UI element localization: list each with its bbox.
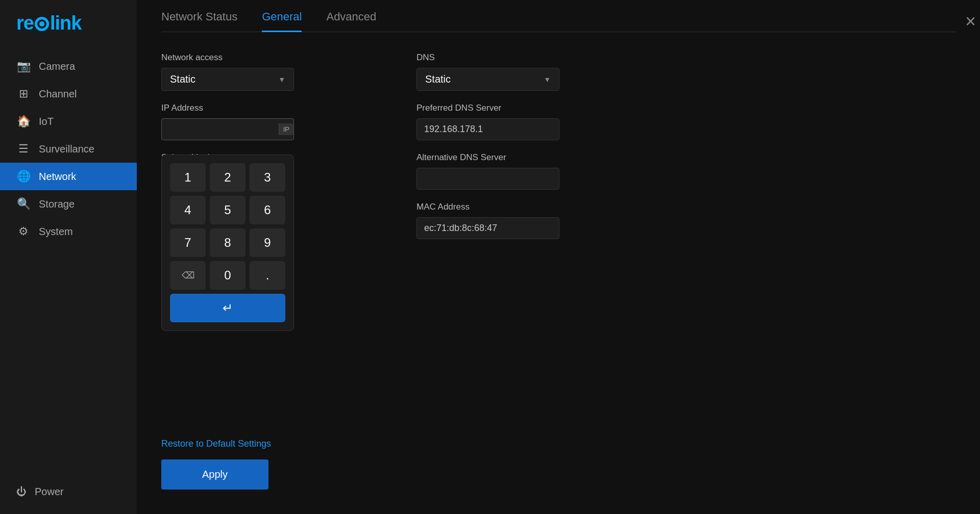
numpad-key-5[interactable]: 5: [210, 196, 246, 224]
sidebar-item-label-system: System: [39, 226, 73, 238]
network-access-dropdown[interactable]: Static ▼: [161, 68, 294, 91]
apply-button[interactable]: Apply: [161, 459, 268, 490]
network-access-select[interactable]: Static ▼: [161, 68, 376, 91]
iot-icon: 🏠: [16, 115, 31, 128]
numpad-key-3[interactable]: 3: [250, 163, 285, 192]
main-content: Network Status General Advanced × Networ…: [137, 0, 980, 514]
dns-select[interactable]: Static ▼: [416, 68, 641, 91]
alternative-dns-input[interactable]: [416, 168, 559, 190]
numpad-key-8[interactable]: 8: [210, 228, 246, 257]
sidebar-item-channel[interactable]: ⊞ Channel: [0, 80, 137, 108]
close-button[interactable]: ×: [961, 10, 980, 33]
power-item[interactable]: ⏻ Power: [16, 486, 120, 498]
numpad-key-0[interactable]: 0: [210, 261, 246, 290]
sidebar-item-label-network: Network: [39, 171, 76, 183]
network-access-label: Network access: [161, 53, 376, 63]
network-access-value: Static: [170, 73, 195, 85]
mac-address-label: MAC Address: [416, 202, 641, 212]
sidebar-item-label-iot: IoT: [39, 116, 54, 127]
numpad-key-6[interactable]: 6: [250, 196, 285, 224]
network-icon: 🌐: [16, 170, 31, 183]
logo-text: relink: [16, 12, 120, 34]
sidebar: relink 📷 Camera ⊞ Channel 🏠 IoT ☰ Survei…: [0, 0, 137, 514]
restore-link[interactable]: Restore to Default Settings: [161, 439, 271, 449]
power-label: Power: [35, 486, 64, 498]
ip-address-input[interactable]: [162, 119, 279, 140]
tab-network-status[interactable]: Network Status: [161, 10, 237, 32]
numpad-enter[interactable]: ↵: [170, 294, 285, 322]
channel-icon: ⊞: [16, 87, 31, 100]
numpad: 1 2 3 4 5 6 7 8 9 ⌫ 0 . ↵: [161, 155, 294, 331]
dns-label: DNS: [416, 53, 641, 63]
left-column: Network access Static ▼ IP Address IP Su…: [161, 53, 376, 439]
preferred-dns-input[interactable]: [416, 118, 559, 140]
numpad-grid: 1 2 3 4 5 6 7 8 9 ⌫ 0 .: [170, 163, 285, 290]
ip-badge: IP: [279, 123, 293, 135]
sidebar-item-surveillance[interactable]: ☰ Surveillance: [0, 135, 137, 163]
tab-general[interactable]: General: [262, 10, 302, 32]
logo-icon: [35, 17, 49, 31]
tab-advanced[interactable]: Advanced: [326, 10, 376, 32]
system-icon: ⚙: [16, 225, 31, 238]
alternative-dns-label: Alternative DNS Server: [416, 152, 641, 163]
preferred-dns-label: Preferred DNS Server: [416, 103, 641, 113]
storage-icon: 🔍: [16, 197, 31, 211]
right-column: DNS Static ▼ Preferred DNS Server Altern…: [416, 53, 641, 439]
sidebar-item-storage[interactable]: 🔍 Storage: [0, 190, 137, 218]
tab-bar: Network Status General Advanced ×: [161, 0, 955, 32]
dns-dropdown[interactable]: Static ▼: [416, 68, 559, 91]
bottom-section: Restore to Default Settings Apply: [161, 439, 955, 514]
numpad-key-7[interactable]: 7: [170, 228, 206, 257]
numpad-key-2[interactable]: 2: [210, 163, 246, 192]
sidebar-item-iot[interactable]: 🏠 IoT: [0, 108, 137, 135]
dns-arrow: ▼: [544, 75, 551, 84]
mac-address-input: [416, 217, 559, 239]
sidebar-bottom: ⏻ Power: [0, 478, 137, 514]
dns-value: Static: [425, 73, 451, 85]
ip-address-label: IP Address: [161, 103, 376, 113]
sidebar-item-network[interactable]: 🌐 Network: [0, 163, 137, 190]
sidebar-item-camera[interactable]: 📷 Camera: [0, 53, 137, 80]
sidebar-item-label-storage: Storage: [39, 198, 75, 210]
ip-address-input-row[interactable]: IP: [161, 118, 294, 140]
sidebar-item-label-surveillance: Surveillance: [39, 143, 94, 155]
numpad-key-4[interactable]: 4: [170, 196, 206, 224]
sidebar-item-label-camera: Camera: [39, 61, 75, 72]
surveillance-icon: ☰: [16, 142, 31, 156]
content-area: Network access Static ▼ IP Address IP Su…: [161, 32, 955, 439]
sidebar-item-system[interactable]: ⚙ System: [0, 218, 137, 245]
network-access-arrow: ▼: [278, 75, 285, 84]
camera-icon: 📷: [16, 60, 31, 73]
numpad-backspace[interactable]: ⌫: [170, 261, 206, 290]
sidebar-item-label-channel: Channel: [39, 88, 77, 100]
numpad-key-9[interactable]: 9: [250, 228, 285, 257]
power-icon: ⏻: [16, 486, 27, 498]
ip-address-field-wrapper: IP: [161, 118, 376, 140]
numpad-key-1[interactable]: 1: [170, 163, 206, 192]
numpad-key-dot[interactable]: .: [250, 261, 285, 290]
logo: relink: [0, 12, 137, 53]
